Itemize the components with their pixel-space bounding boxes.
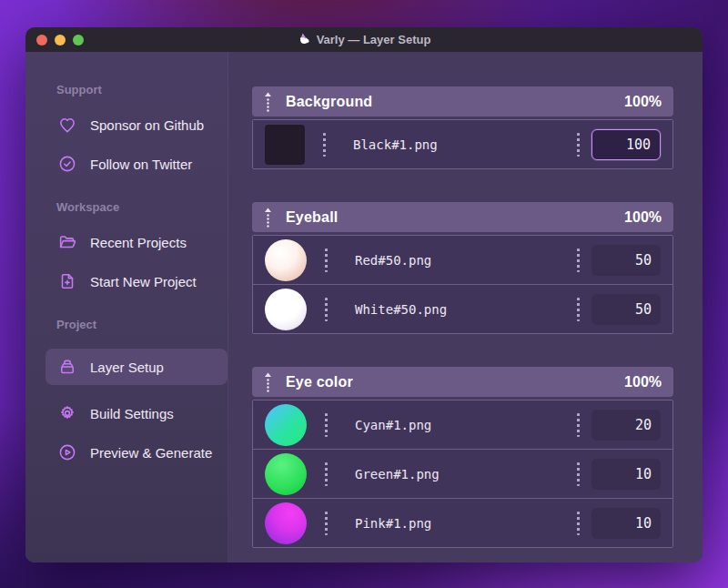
title-bar: Varly — Layer Setup (25, 27, 703, 52)
layer-row: Black#1.png (253, 120, 672, 168)
sidebar-item-label: Layer Setup (90, 360, 164, 375)
sidebar-item-build-settings[interactable]: Build Settings (56, 402, 228, 424)
sidebar-item-sponsor-github[interactable]: Sponsor on Github (56, 114, 228, 136)
sidebar-item-label: Sponsor on Github (90, 117, 204, 133)
layer-weight-input[interactable] (592, 410, 661, 441)
file-plus-icon (56, 270, 78, 292)
dashed-divider (577, 512, 580, 535)
sidebar-item-recent-projects[interactable]: Recent Projects (56, 231, 228, 253)
group-title: Background (286, 94, 372, 110)
unicorn-app-icon (298, 33, 311, 46)
group-header: Background 100% (252, 86, 673, 117)
zoom-window-button[interactable] (73, 35, 84, 46)
layer-thumbnail (265, 239, 307, 281)
layer-filename: Green#1.png (355, 467, 440, 482)
layer-row: Cyan#1.png (253, 400, 672, 449)
layer-weight-input[interactable] (592, 245, 661, 276)
layer-filename: Pink#1.png (355, 516, 431, 531)
layer-weight-input[interactable] (592, 129, 661, 160)
sidebar-item-start-new-project[interactable]: Start New Project (56, 270, 228, 292)
layer-filename: Cyan#1.png (355, 418, 431, 432)
group-header: Eyeball 100% (252, 202, 673, 232)
layer-row: Pink#1.png (253, 498, 672, 547)
sidebar-section-support: Support (56, 83, 228, 96)
group-weight: 100% (624, 374, 662, 390)
dashed-divider (325, 298, 328, 321)
sidebar-item-label: Follow on Twitter (90, 157, 192, 172)
badge-check-icon (56, 153, 78, 175)
folder-open-icon (56, 231, 78, 253)
layer-filename: White#50.png (355, 302, 447, 317)
play-circle-icon (56, 441, 78, 463)
drag-handle-icon[interactable] (264, 372, 272, 392)
layer-row: Red#50.png (253, 236, 672, 284)
sidebar-item-preview-generate[interactable]: Preview & Generate (56, 441, 228, 463)
sidebar-item-label: Start New Project (90, 274, 197, 289)
dashed-divider (325, 248, 328, 272)
gear-icon (56, 402, 78, 424)
sidebar-item-follow-twitter[interactable]: Follow on Twitter (56, 153, 228, 175)
dashed-divider (577, 133, 580, 157)
heart-icon (56, 114, 78, 136)
layer-weight-input[interactable] (592, 508, 661, 539)
layer-thumbnail (265, 289, 307, 330)
dashed-divider (323, 133, 326, 157)
sidebar-item-label: Recent Projects (90, 235, 187, 250)
archive-box-icon (56, 356, 78, 378)
dashed-divider (325, 512, 328, 535)
dashed-divider (577, 413, 580, 437)
layer-filename: Black#1.png (353, 137, 438, 152)
layer-group-background: Background 100% Black#1.png (252, 86, 673, 169)
group-title: Eyeball (286, 209, 338, 226)
window-controls (36, 27, 84, 52)
layer-thumbnail (265, 404, 307, 446)
layer-filename: Red#50.png (355, 253, 431, 268)
sidebar-item-label: Build Settings (90, 406, 174, 421)
dashed-divider (325, 413, 328, 437)
dashed-divider (577, 298, 580, 321)
sidebar-section-project: Project (56, 318, 228, 331)
close-window-button[interactable] (36, 35, 47, 46)
dashed-divider (577, 462, 580, 486)
sidebar-item-layer-setup[interactable]: Layer Setup (46, 349, 228, 385)
sidebar-section-workspace: Workspace (56, 200, 228, 214)
group-title: Eye color (286, 374, 353, 390)
window-title-area: Varly — Layer Setup (298, 33, 431, 46)
layer-group-eye-color: Eye color 100% Cyan#1.png (252, 367, 673, 548)
minimize-window-button[interactable] (55, 35, 66, 46)
group-weight: 100% (624, 94, 662, 110)
drag-handle-icon[interactable] (264, 208, 272, 228)
sidebar: Support Sponsor on Github Follow on Twit… (25, 52, 228, 563)
group-header: Eye color 100% (252, 367, 673, 397)
dashed-divider (577, 248, 580, 272)
layer-thumbnail (265, 502, 307, 544)
layer-row: White#50.png (253, 284, 672, 333)
sidebar-item-label: Preview & Generate (90, 445, 212, 461)
group-weight: 100% (624, 209, 662, 226)
layer-thumbnail (265, 125, 305, 165)
layer-group-eyeball: Eyeball 100% Red#50.png (252, 202, 673, 334)
layer-row: Green#1.png (253, 449, 672, 498)
app-window: Varly — Layer Setup Support Sponsor on G… (25, 27, 703, 563)
layer-thumbnail (265, 453, 307, 495)
dashed-divider (325, 462, 328, 486)
window-title: Varly — Layer Setup (317, 33, 431, 46)
layer-weight-input[interactable] (592, 459, 661, 490)
layer-weight-input[interactable] (592, 294, 661, 325)
layer-list-panel[interactable]: Background 100% Black#1.png (228, 52, 703, 563)
drag-handle-icon[interactable] (264, 92, 272, 112)
